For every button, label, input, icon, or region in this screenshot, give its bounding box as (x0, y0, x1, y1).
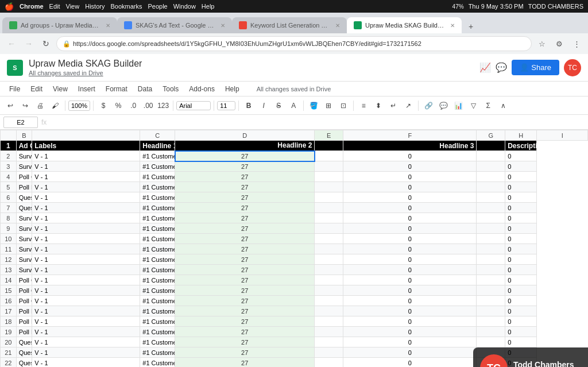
cell-headline1[interactable]: #1 Customer Survey Software (140, 285, 175, 296)
cell-headline1[interactable]: #1 Customer Survey Software (140, 161, 175, 172)
cell-labels[interactable]: V - 1 (32, 265, 140, 275)
cell-headline3[interactable] (477, 213, 505, 223)
mac-menu-history[interactable]: Bookmarks (110, 3, 142, 10)
cell-reference[interactable] (3, 117, 38, 128)
font-selector[interactable]: Arial (176, 101, 211, 110)
apple-icon[interactable]: 🍎 (5, 2, 14, 11)
undo-btn[interactable]: ↩ (3, 99, 17, 113)
cell-description[interactable]: 0 (505, 296, 537, 306)
cell-labels[interactable]: V - 1 (32, 358, 140, 368)
cell-headline3-count[interactable]: 0 (343, 172, 477, 182)
cell-headline3-count[interactable]: 0 (343, 213, 477, 223)
valign-btn[interactable]: ⬍ (372, 99, 385, 113)
mac-menu-people[interactable]: Window (173, 3, 196, 10)
cell-headline2[interactable] (315, 275, 343, 285)
chart-btn[interactable]: 📊 (451, 99, 465, 113)
cell-headline2[interactable] (315, 347, 343, 358)
cell-headline2-count[interactable]: 27 (175, 254, 315, 265)
cell-ad-group[interactable]: Poll Employee (16, 182, 32, 192)
cell-labels[interactable]: V - 1 (32, 223, 140, 234)
italic-btn[interactable]: I (257, 99, 270, 113)
cell-headline3-count[interactable]: 0 (343, 347, 477, 358)
cell-headline2[interactable] (315, 161, 343, 172)
cell-labels[interactable]: V - 1 (32, 347, 140, 358)
cell-headline3-count[interactable]: 0 (343, 192, 477, 203)
cell-headline3[interactable] (477, 327, 505, 337)
cell-ad-group[interactable]: Poll Customer Tool (16, 275, 32, 285)
menu-file[interactable]: File (5, 83, 25, 95)
avatar[interactable]: TC (564, 59, 581, 76)
cell-headline3-count[interactable]: 0 (343, 151, 477, 161)
number-format-btn[interactable]: 123 (156, 99, 170, 113)
increase-decimal-btn[interactable]: .00 (141, 99, 155, 113)
cell-ad-group[interactable]: Poll Customer Software (16, 285, 32, 296)
cell-headline2-count[interactable]: 27 (175, 213, 315, 223)
functions-btn[interactable]: Σ (481, 99, 495, 113)
menu-insert[interactable]: Insert (74, 83, 100, 95)
cell-description[interactable]: 0 (505, 244, 537, 254)
cell-headline1[interactable]: #1 Customer Survey Software (140, 244, 175, 254)
cell-headline2-count[interactable]: 27 (175, 161, 315, 172)
cell-ad-group[interactable]: Poll Employee Tool (16, 306, 32, 316)
cell-description[interactable]: 0 (505, 316, 537, 327)
browser-tab-2[interactable]: SKAG's Ad Text - Google Docs ✕ (117, 17, 232, 33)
merge-btn[interactable]: ⊡ (336, 99, 350, 113)
cell-labels[interactable]: V - 1 (32, 203, 140, 213)
cell-description[interactable]: 0 (505, 213, 537, 223)
cell-headline1[interactable]: #1 Customer Survey Software (140, 306, 175, 316)
cell-headline1[interactable]: #1 Customer Survey Software (140, 234, 175, 244)
cell-headline3[interactable] (477, 182, 505, 192)
cell-headline2[interactable] (315, 337, 343, 347)
cell-headline3-count[interactable]: 0 (343, 203, 477, 213)
cell-headline1[interactable]: #1 Customer Survey Software (140, 172, 175, 182)
mac-menu-file[interactable]: Edit (49, 3, 60, 10)
cell-headline1[interactable]: #1 Customer Survey Software (140, 327, 175, 337)
cell-headline2-count[interactable]: 27 (175, 192, 315, 203)
cell-labels[interactable]: V - 1 (32, 182, 140, 192)
mac-menu-view[interactable]: History (85, 3, 105, 10)
col-header-E[interactable]: D (175, 130, 315, 141)
cell-description[interactable]: 0 (505, 203, 537, 213)
cell-headline2[interactable] (315, 358, 343, 368)
browser-tab-1[interactable]: Ad groups - Upraw Media - G... ✕ (2, 17, 117, 33)
cell-headline2-count[interactable]: 27 (175, 265, 315, 275)
font-size-selector[interactable]: 11 (217, 101, 235, 110)
cell-ad-group[interactable]: Questionnaire Employee (16, 203, 32, 213)
cell-headline1[interactable]: #1 Customer Survey Software (140, 192, 175, 203)
cell-description[interactable]: 0 (505, 285, 537, 296)
cell-labels[interactable]: V - 1 (32, 327, 140, 337)
cell-headline2[interactable] (315, 151, 343, 161)
cell-headline2[interactable] (315, 265, 343, 275)
cell-headline2[interactable] (315, 285, 343, 296)
cell-headline2[interactable] (315, 223, 343, 234)
cell-headline3[interactable] (477, 151, 505, 161)
cell-ad-group[interactable]: Questionnaire Customer Software (16, 347, 32, 358)
cell-headline2-count[interactable]: 27 (175, 337, 315, 347)
cell-headline2-count[interactable]: 27 (175, 234, 315, 244)
cell-description[interactable]: 0 (505, 161, 537, 172)
cell-ad-group[interactable]: Poll Customer (16, 172, 32, 182)
comment-btn[interactable]: 💬 (436, 99, 450, 113)
cell-headline3[interactable] (477, 172, 505, 182)
cell-headline2-count[interactable]: 27 (175, 285, 315, 296)
col-header-G[interactable]: F (343, 130, 477, 141)
cell-headline3[interactable] (477, 244, 505, 254)
link-btn[interactable]: 🔗 (421, 99, 435, 113)
cell-ad-group[interactable]: Questionnaire Customer (16, 192, 32, 203)
cell-headline2-count[interactable]: 27 (175, 223, 315, 234)
cell-ad-group[interactable]: Poll Employee Platform (16, 327, 32, 337)
col-header-H[interactable]: G (477, 130, 505, 141)
cell-headline2-count[interactable]: 27 (175, 306, 315, 316)
cell-headline2[interactable] (315, 306, 343, 316)
cell-ad-group[interactable]: Poll Employee Software (16, 316, 32, 327)
menu-format[interactable]: Format (101, 83, 132, 95)
cell-description[interactable]: 0 (505, 182, 537, 192)
chat-icon[interactable]: 💬 (496, 62, 507, 73)
col-header-B[interactable]: B (16, 130, 32, 141)
cell-headline2[interactable] (315, 327, 343, 337)
cell-headline3[interactable] (477, 192, 505, 203)
cell-headline3[interactable] (477, 223, 505, 234)
cell-labels[interactable]: V - 1 (32, 151, 140, 161)
cell-headline2[interactable] (315, 203, 343, 213)
mac-menu-window[interactable]: Help (202, 3, 215, 10)
